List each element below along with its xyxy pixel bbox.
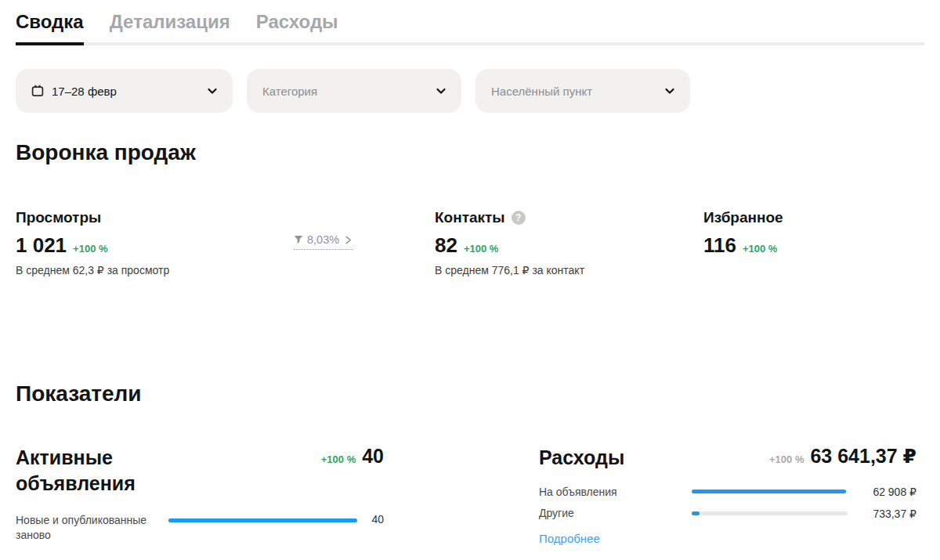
new-listings-row: Новые и опубликованные заново 40 bbox=[16, 513, 384, 543]
views-to-contacts-conversion[interactable]: 8,03% bbox=[294, 233, 353, 250]
active-listings-card: Активные объявления +100 % 40 Новые и оп… bbox=[16, 445, 384, 543]
funnel-row: Просмотры 1 021 +100 % В среднем 62,3 ₽ … bbox=[16, 209, 924, 354]
views-delta: +100 % bbox=[73, 243, 107, 255]
chevron-right-icon bbox=[343, 235, 353, 245]
category-placeholder: Категория bbox=[262, 85, 317, 98]
expenses-value: 63 641,37 ₽ bbox=[810, 445, 916, 468]
calendar-icon bbox=[31, 85, 44, 97]
active-listings-delta: +100 % bbox=[321, 453, 356, 465]
favorites-delta: +100 % bbox=[743, 243, 777, 255]
chevron-down-icon bbox=[435, 85, 447, 97]
tab-details[interactable]: Детализация bbox=[110, 11, 230, 42]
listings-spend-value: 62 908 ₽ bbox=[854, 486, 916, 498]
views-avg-cost: В среднем 62,3 ₽ за просмотр bbox=[16, 264, 169, 276]
contacts-value: 82 bbox=[435, 233, 457, 258]
analytics-page: Сводка Детализация Расходы 17–28 февр Ка… bbox=[0, 0, 940, 560]
tab-bar: Сводка Детализация Расходы bbox=[16, 0, 924, 45]
listings-spend-row: На объявления 62 908 ₽ bbox=[539, 485, 916, 500]
tab-expenses[interactable]: Расходы bbox=[256, 11, 338, 42]
filter-bar: 17–28 февр Категория Населённый пункт bbox=[16, 69, 924, 113]
other-spend-label: Другие bbox=[539, 506, 692, 521]
favorites-stat: Избранное 116 +100 % bbox=[703, 209, 783, 258]
category-filter[interactable]: Категория bbox=[247, 69, 461, 113]
funnel-section-title: Воронка продаж bbox=[16, 139, 924, 166]
other-spend-bar bbox=[692, 511, 848, 515]
favorites-label: Избранное bbox=[703, 209, 783, 226]
chevron-down-icon bbox=[206, 85, 219, 97]
contacts-stat: Контакты ? 82 +100 % В среднем 776,1 ₽ з… bbox=[435, 209, 584, 276]
funnel-icon bbox=[294, 235, 303, 244]
views-stat: Просмотры 1 021 +100 % В среднем 62,3 ₽ … bbox=[16, 209, 169, 276]
location-filter[interactable]: Населённый пункт bbox=[475, 69, 690, 113]
expenses-card: Расходы +100 % 63 641,37 ₽ На объявления… bbox=[539, 445, 916, 546]
contacts-avg-cost: В среднем 776,1 ₽ за контакт bbox=[435, 264, 584, 276]
indicator-cards: Активные объявления +100 % 40 Новые и оп… bbox=[16, 445, 924, 560]
question-icon[interactable]: ? bbox=[512, 211, 526, 225]
date-range-value: 17–28 февр bbox=[52, 85, 117, 98]
new-listings-value: 40 bbox=[363, 513, 384, 526]
expenses-title: Расходы bbox=[539, 445, 624, 471]
date-range-filter[interactable]: 17–28 февр bbox=[16, 69, 233, 113]
new-listings-label: Новые и опубликованные заново bbox=[16, 513, 168, 543]
other-spend-value: 733,37 ₽ bbox=[854, 508, 916, 520]
active-listings-value: 40 bbox=[362, 445, 384, 468]
new-listings-bar bbox=[168, 518, 357, 522]
listings-spend-label: На объявления bbox=[539, 485, 692, 500]
conversion-value: 8,03% bbox=[307, 233, 339, 246]
favorites-value: 116 bbox=[703, 233, 736, 258]
tab-summary[interactable]: Сводка bbox=[16, 11, 84, 45]
contacts-delta: +100 % bbox=[464, 243, 498, 255]
contacts-label: Контакты bbox=[435, 209, 505, 226]
views-value: 1 021 bbox=[16, 233, 67, 258]
location-placeholder: Населённый пункт bbox=[491, 85, 592, 98]
indicators-section-title: Показатели bbox=[16, 381, 924, 407]
views-label: Просмотры bbox=[16, 209, 169, 226]
listings-spend-bar bbox=[692, 490, 848, 493]
active-listings-title: Активные объявления bbox=[16, 445, 212, 496]
expenses-delta: +100 % bbox=[769, 453, 804, 465]
chevron-down-icon bbox=[663, 85, 676, 97]
other-spend-row: Другие 733,37 ₽ bbox=[539, 506, 916, 521]
details-link[interactable]: Подробнее bbox=[539, 532, 600, 545]
